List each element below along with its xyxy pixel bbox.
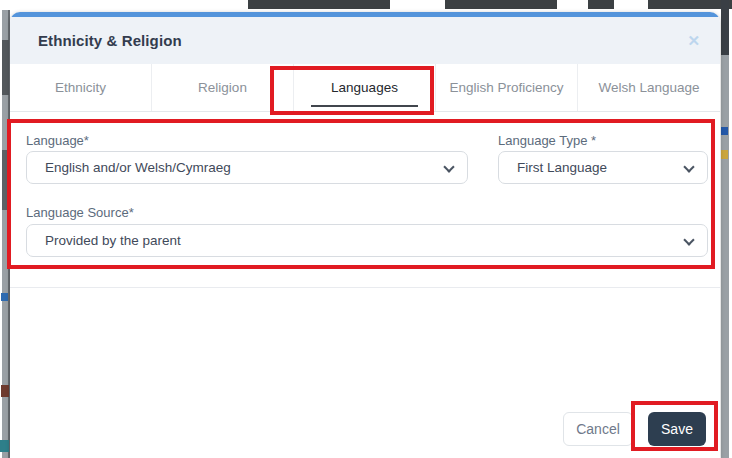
language-source-label: Language Source* xyxy=(26,205,134,220)
tab-english-proficiency[interactable]: English Proficiency xyxy=(436,64,578,111)
language-label: Language* xyxy=(26,133,89,148)
page-edge-fragment xyxy=(2,40,9,95)
tab-label: Languages xyxy=(331,80,398,95)
modal-header: Ethnicity & Religion ✕ xyxy=(10,17,720,64)
tab-languages[interactable]: Languages xyxy=(294,64,436,111)
page-edge-fragment xyxy=(2,150,9,210)
page-edge-fragment xyxy=(588,0,614,9)
language-source-select[interactable]: Provided by the parent xyxy=(26,224,708,257)
page-edge-fragment xyxy=(648,0,732,9)
tab-bar: Ethnicity Religion Languages English Pro… xyxy=(10,64,720,112)
body-footer-divider xyxy=(10,287,720,288)
tab-religion[interactable]: Religion xyxy=(152,64,294,111)
close-icon[interactable]: ✕ xyxy=(687,33,700,48)
tab-label: Ethnicity xyxy=(55,80,106,95)
chevron-down-icon xyxy=(683,161,694,172)
page-edge-fragment xyxy=(721,0,729,458)
language-select-value: English and/or Welsh/Cymraeg xyxy=(45,160,231,175)
page-edge-fragment xyxy=(1,293,8,301)
ethnicity-religion-modal: Ethnicity & Religion ✕ Ethnicity Religio… xyxy=(10,12,720,458)
active-tab-indicator xyxy=(311,105,418,107)
chevron-down-icon xyxy=(683,234,694,245)
page-edge-fragment xyxy=(1,385,9,397)
tab-label: English Proficiency xyxy=(449,80,563,95)
language-type-select[interactable]: First Language xyxy=(498,151,708,184)
page-edge-fragment xyxy=(721,127,728,135)
tab-welsh-language[interactable]: Welsh Language xyxy=(578,64,720,111)
tab-label: Religion xyxy=(198,80,247,95)
language-select[interactable]: English and/or Welsh/Cymraeg xyxy=(26,151,468,184)
save-button[interactable]: Save xyxy=(648,412,706,446)
page-edge-fragment xyxy=(445,0,557,9)
tab-ethnicity[interactable]: Ethnicity xyxy=(10,64,152,111)
language-source-select-value: Provided by the parent xyxy=(45,233,181,248)
page-edge-fragment xyxy=(721,150,728,159)
language-type-select-value: First Language xyxy=(517,160,607,175)
language-type-label: Language Type * xyxy=(498,133,596,148)
modal-title: Ethnicity & Religion xyxy=(38,32,182,49)
page-edge-fragment xyxy=(721,0,729,55)
page-edge-fragment xyxy=(248,0,390,9)
tab-label: Welsh Language xyxy=(598,80,699,95)
chevron-down-icon xyxy=(443,161,454,172)
cancel-button[interactable]: Cancel xyxy=(563,412,633,446)
page-edge-fragment xyxy=(0,440,9,452)
